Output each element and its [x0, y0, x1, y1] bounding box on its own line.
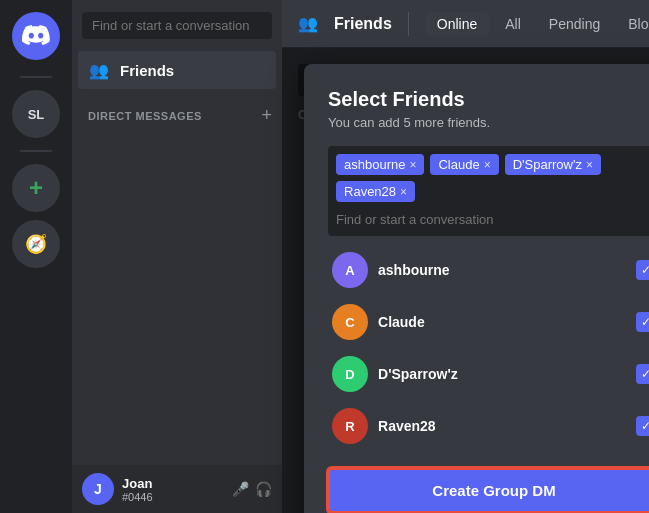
user-name-dsparrowz: D'Sparrow'z	[378, 366, 626, 382]
server-divider	[20, 76, 52, 78]
friends-icon: 👥	[88, 59, 110, 81]
avatar: D	[332, 356, 368, 392]
remove-dsparrowz[interactable]: ×	[586, 158, 593, 172]
user-name-raven28: Raven28	[378, 418, 626, 434]
list-item[interactable]: A ashbourne ✓	[328, 244, 649, 296]
select-friends-modal: Select Friends You can add 5 more friend…	[304, 64, 649, 513]
tab-pending[interactable]: Pending	[537, 12, 612, 36]
user-footer: J Joan #0446 🎤 🎧	[72, 465, 282, 513]
avatar: C	[332, 304, 368, 340]
modal-tags: ashbourne × Claude × D'Sparrow'z × Rav	[336, 154, 649, 202]
user-name-claude: Claude	[378, 314, 626, 330]
server-divider-2	[20, 150, 52, 152]
tag-dsparrowz[interactable]: D'Sparrow'z ×	[505, 154, 601, 175]
checkbox-claude[interactable]: ✓	[636, 312, 649, 332]
remove-ashbourne[interactable]: ×	[409, 158, 416, 172]
modal-find-input[interactable]	[336, 212, 649, 227]
add-dm-button[interactable]: +	[261, 105, 272, 126]
server-bar: SL + 🧭	[0, 0, 72, 513]
main-body: ONLINE — 1 Select Friends You can add 5 …	[282, 48, 649, 513]
server-icon-sl[interactable]: SL	[12, 90, 60, 138]
friends-label: Friends	[120, 62, 174, 79]
tab-blocked[interactable]: Blocked	[616, 12, 649, 36]
avatar: R	[332, 408, 368, 444]
tag-claude[interactable]: Claude ×	[430, 154, 498, 175]
remove-raven28[interactable]: ×	[400, 185, 407, 199]
modal-subtitle: You can add 5 more friends.	[328, 115, 649, 130]
header-separator	[408, 12, 409, 36]
list-item[interactable]: R Raven28 ✓	[328, 400, 649, 452]
direct-messages-header: DIRECT MESSAGES +	[72, 89, 282, 130]
main-header: 👥 Friends Online All Pending Blocked	[282, 0, 649, 48]
tab-all[interactable]: All	[493, 12, 533, 36]
checkbox-dsparrowz[interactable]: ✓	[636, 364, 649, 384]
user-name: Joan	[122, 476, 224, 491]
user-tag: #0446	[122, 491, 224, 503]
modal-user-list: A ashbourne ✓ C Claude ✓ D D'Sparrow'z ✓	[328, 244, 649, 452]
microphone-icon[interactable]: 🎤	[232, 481, 249, 497]
direct-messages-label: DIRECT MESSAGES	[88, 110, 202, 122]
header-tabs: Online All Pending Blocked	[425, 12, 649, 36]
explore-servers-button[interactable]: 🧭	[12, 220, 60, 268]
dm-panel: 👥 Friends DIRECT MESSAGES + J Joan #0446…	[72, 0, 282, 513]
list-item[interactable]: C Claude ✓	[328, 296, 649, 348]
header-title: Friends	[334, 15, 392, 33]
checkbox-raven28[interactable]: ✓	[636, 416, 649, 436]
user-avatar: J	[82, 473, 114, 505]
modal-title: Select Friends	[328, 88, 649, 111]
modal-overlay: Select Friends You can add 5 more friend…	[282, 48, 649, 513]
user-info: Joan #0446	[122, 476, 224, 503]
dm-search-bar	[72, 0, 282, 51]
dm-search-input[interactable]	[82, 12, 272, 39]
tab-online[interactable]: Online	[425, 12, 489, 36]
headset-icon[interactable]: 🎧	[255, 481, 272, 497]
discord-home-icon[interactable]	[12, 12, 60, 60]
list-item[interactable]: D D'Sparrow'z ✓	[328, 348, 649, 400]
create-group-dm-button[interactable]: Create Group DM	[328, 468, 649, 513]
friends-header-icon: 👥	[298, 14, 318, 33]
user-controls: 🎤 🎧	[232, 481, 272, 497]
user-name-ashbourne: ashbourne	[378, 262, 626, 278]
modal-tags-container: ashbourne × Claude × D'Sparrow'z × Rav	[328, 146, 649, 236]
friends-nav-item[interactable]: 👥 Friends	[78, 51, 276, 89]
remove-claude[interactable]: ×	[484, 158, 491, 172]
add-server-button[interactable]: +	[12, 164, 60, 212]
checkbox-ashbourne[interactable]: ✓	[636, 260, 649, 280]
tag-ashbourne[interactable]: ashbourne ×	[336, 154, 424, 175]
avatar: A	[332, 252, 368, 288]
tag-raven28[interactable]: Raven28 ×	[336, 181, 415, 202]
main-content: 👥 Friends Online All Pending Blocked ONL…	[282, 0, 649, 513]
